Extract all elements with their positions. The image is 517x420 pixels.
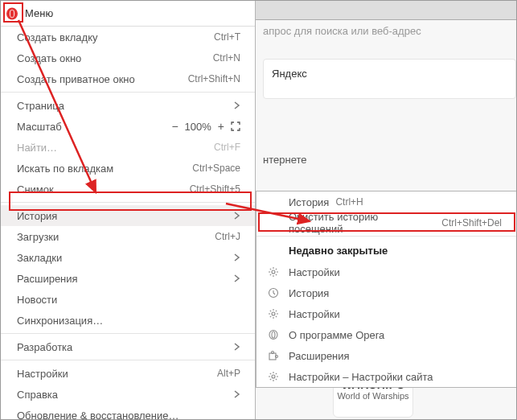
menu-title: Меню <box>25 7 53 19</box>
clock-icon <box>268 287 279 299</box>
menu-item-extensions[interactable]: Расширения <box>1 268 255 289</box>
svg-point-10 <box>276 356 278 358</box>
menu-item-settings[interactable]: Настройки Alt+P <box>1 363 255 384</box>
menu-header[interactable]: Меню <box>1 1 255 27</box>
menu-item-developer[interactable]: Разработка <box>1 336 255 357</box>
menu-item-sync[interactable]: Синхронизация… <box>1 310 255 331</box>
menu-item-page[interactable]: Страница <box>1 95 255 116</box>
menu-item-new-private-window[interactable]: Создать приватное окно Ctrl+Shift+N <box>1 68 255 89</box>
zoom-out-button[interactable]: − <box>170 120 179 133</box>
menu-item-zoom[interactable]: Масштаб − 100% + <box>1 116 255 137</box>
menu-item-history[interactable]: История <box>1 205 255 226</box>
svg-point-2 <box>10 10 14 17</box>
zoom-in-button[interactable]: + <box>216 120 226 133</box>
gear-icon <box>268 371 279 382</box>
tile-label: Яндекс <box>272 68 307 80</box>
svg-point-9 <box>272 352 274 354</box>
menu-item-downloads[interactable]: Загрузки Ctrl+J <box>1 226 255 247</box>
svg-point-3 <box>272 270 275 274</box>
separator <box>1 333 255 334</box>
chevron-right-icon <box>234 100 240 112</box>
recent-item[interactable]: Настройки <box>256 303 516 324</box>
gear-icon <box>268 308 279 319</box>
submenu-item-history[interactable]: История Ctrl+H <box>256 191 516 212</box>
menu-item-bookmarks[interactable]: Закладки <box>1 247 255 268</box>
separator <box>256 236 516 237</box>
menu-item-find[interactable]: Найти… Ctrl+F <box>1 137 255 158</box>
menu-item-help[interactable]: Справка <box>1 384 255 405</box>
svg-point-7 <box>272 331 275 338</box>
opera-small-icon <box>268 329 279 340</box>
recent-item[interactable]: Настройки – Настройки сайта <box>256 366 516 387</box>
chevron-right-icon <box>234 252 240 264</box>
chevron-right-icon <box>234 273 240 285</box>
recent-item[interactable]: О программе Opera <box>256 324 516 345</box>
separator <box>1 202 255 203</box>
page-text-fragment: нтернете <box>263 154 306 166</box>
menu-item-snapshot[interactable]: Снимок Ctrl+Shift+5 <box>1 179 255 200</box>
opera-icon <box>6 7 18 20</box>
submenu-heading-recent: Недавно закрытые <box>256 239 516 261</box>
tile-label: World of Warships <box>334 391 412 401</box>
chevron-right-icon <box>234 389 240 401</box>
submenu-item-clear-history[interactable]: Очистить историю посещений Ctrl+Shift+De… <box>256 212 516 233</box>
menu-item-update-restore[interactable]: Обновление & восстановление… <box>1 405 255 420</box>
recent-item[interactable]: Настройки <box>256 261 516 282</box>
separator <box>1 360 255 360</box>
main-menu: Меню Создать вкладку Ctrl+T Создать окно… <box>1 1 256 420</box>
chevron-right-icon <box>234 341 240 353</box>
separator <box>1 92 255 93</box>
svg-rect-8 <box>269 353 276 360</box>
recent-item[interactable]: История <box>256 282 516 303</box>
svg-point-11 <box>272 375 275 378</box>
history-submenu: История Ctrl+H Очистить историю посещени… <box>256 191 517 388</box>
puzzle-icon <box>268 350 279 361</box>
zoom-value: 100% <box>185 121 211 133</box>
chevron-right-icon <box>234 210 240 222</box>
menu-item-news[interactable]: Новости <box>1 289 255 310</box>
menu-item-new-window[interactable]: Создать окно Ctrl+N <box>1 47 255 68</box>
svg-point-5 <box>272 312 275 315</box>
menu-item-search-tabs[interactable]: Искать по вкладкам Ctrl+Space <box>1 158 255 179</box>
gear-icon <box>268 266 279 278</box>
fullscreen-icon[interactable] <box>231 121 240 131</box>
recent-item[interactable]: Расширения <box>256 345 516 366</box>
address-bar-placeholder[interactable]: апрос для поиска или веб-адрес <box>263 25 421 37</box>
menu-item-new-tab[interactable]: Создать вкладку Ctrl+T <box>1 27 255 47</box>
speed-dial-tile-yandex[interactable]: Яндекс <box>263 59 516 99</box>
